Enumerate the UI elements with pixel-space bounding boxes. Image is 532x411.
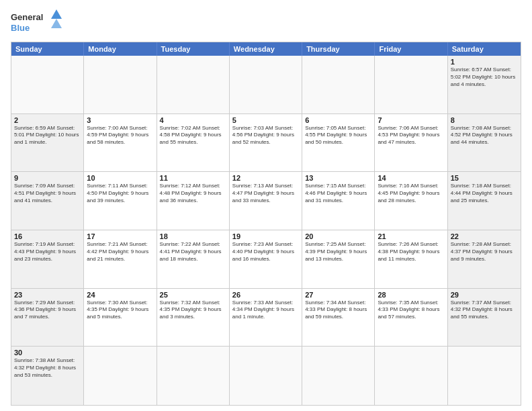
day-info: Sunrise: 6:59 AM Sunset: 5:01 PM Dayligh… <box>14 125 81 146</box>
day-number: 19 <box>232 232 299 240</box>
day-number: 30 <box>14 349 81 357</box>
calendar-cell-7: 7Sunrise: 7:06 AM Sunset: 4:53 PM Daylig… <box>375 114 447 173</box>
calendar-cell-8: 8Sunrise: 7:08 AM Sunset: 4:52 PM Daylig… <box>448 114 521 173</box>
calendar-grid: 1Sunrise: 6:57 AM Sunset: 5:02 PM Daylig… <box>11 56 521 405</box>
calendar-cell-20: 20Sunrise: 7:25 AM Sunset: 4:39 PM Dayli… <box>302 230 375 289</box>
svg-marker-3 <box>51 19 62 28</box>
day-header-monday: Monday <box>84 42 157 56</box>
day-header-saturday: Saturday <box>448 42 521 56</box>
day-info: Sunrise: 7:21 AM Sunset: 4:42 PM Dayligh… <box>87 241 153 263</box>
day-info: Sunrise: 7:12 AM Sunset: 4:48 PM Dayligh… <box>160 183 226 204</box>
calendar-cell-empty <box>375 56 447 114</box>
day-number: 18 <box>160 232 226 240</box>
day-number: 15 <box>451 174 518 182</box>
calendar-cell-empty <box>448 347 521 405</box>
logo: General Blue <box>11 8 64 38</box>
calendar-cell-empty <box>157 56 230 114</box>
day-info: Sunrise: 7:35 AM Sunset: 4:33 PM Dayligh… <box>378 300 444 321</box>
calendar-cell-26: 26Sunrise: 7:33 AM Sunset: 4:34 PM Dayli… <box>230 289 302 347</box>
day-info: Sunrise: 7:38 AM Sunset: 4:32 PM Dayligh… <box>14 357 81 379</box>
day-number: 21 <box>378 232 444 240</box>
day-header-sunday: Sunday <box>11 42 84 56</box>
day-number: 24 <box>87 291 153 299</box>
calendar-cell-16: 16Sunrise: 7:19 AM Sunset: 4:43 PM Dayli… <box>11 230 84 289</box>
day-number: 26 <box>232 291 299 299</box>
day-info: Sunrise: 7:06 AM Sunset: 4:53 PM Dayligh… <box>378 125 444 146</box>
calendar-cell-empty <box>302 347 375 405</box>
day-info: Sunrise: 7:34 AM Sunset: 4:33 PM Dayligh… <box>305 300 371 321</box>
day-info: Sunrise: 7:22 AM Sunset: 4:41 PM Dayligh… <box>160 241 226 263</box>
calendar-cell-15: 15Sunrise: 7:18 AM Sunset: 4:44 PM Dayli… <box>448 172 521 230</box>
day-number: 4 <box>160 116 226 124</box>
svg-text:Blue: Blue <box>11 23 30 33</box>
day-info: Sunrise: 7:02 AM Sunset: 4:58 PM Dayligh… <box>160 125 226 146</box>
day-number: 6 <box>305 116 371 124</box>
day-number: 14 <box>378 174 444 182</box>
day-info: Sunrise: 7:13 AM Sunset: 4:47 PM Dayligh… <box>232 183 299 204</box>
day-info: Sunrise: 7:03 AM Sunset: 4:56 PM Dayligh… <box>232 125 299 146</box>
day-number: 1 <box>451 58 518 66</box>
calendar-cell-empty <box>375 347 447 405</box>
calendar-cell-14: 14Sunrise: 7:16 AM Sunset: 4:45 PM Dayli… <box>375 172 447 230</box>
calendar-cell-29: 29Sunrise: 7:37 AM Sunset: 4:32 PM Dayli… <box>448 289 521 347</box>
svg-marker-2 <box>51 9 62 19</box>
calendar-cell-25: 25Sunrise: 7:32 AM Sunset: 4:35 PM Dayli… <box>157 289 230 347</box>
day-info: Sunrise: 7:37 AM Sunset: 4:32 PM Dayligh… <box>451 300 518 321</box>
calendar-cell-empty <box>230 347 302 405</box>
day-info: Sunrise: 7:28 AM Sunset: 4:37 PM Dayligh… <box>451 241 518 263</box>
calendar-cell-19: 19Sunrise: 7:23 AM Sunset: 4:40 PM Dayli… <box>230 230 302 289</box>
day-info: Sunrise: 7:00 AM Sunset: 4:59 PM Dayligh… <box>87 125 153 146</box>
day-info: Sunrise: 7:05 AM Sunset: 4:55 PM Dayligh… <box>305 125 371 146</box>
day-info: Sunrise: 7:32 AM Sunset: 4:35 PM Dayligh… <box>160 300 226 321</box>
day-number: 12 <box>232 174 299 182</box>
day-number: 3 <box>87 116 153 124</box>
calendar-cell-17: 17Sunrise: 7:21 AM Sunset: 4:42 PM Dayli… <box>84 230 157 289</box>
day-info: Sunrise: 7:09 AM Sunset: 4:51 PM Dayligh… <box>14 183 81 204</box>
day-number: 7 <box>378 116 444 124</box>
day-header-thursday: Thursday <box>302 42 375 56</box>
day-info: Sunrise: 7:29 AM Sunset: 4:36 PM Dayligh… <box>14 300 81 321</box>
calendar-cell-10: 10Sunrise: 7:11 AM Sunset: 4:50 PM Dayli… <box>84 172 157 230</box>
day-info: Sunrise: 7:18 AM Sunset: 4:44 PM Dayligh… <box>451 183 518 204</box>
day-info: Sunrise: 6:57 AM Sunset: 5:02 PM Dayligh… <box>451 66 518 88</box>
day-number: 23 <box>14 291 81 299</box>
day-number: 2 <box>14 116 81 124</box>
day-header-tuesday: Tuesday <box>157 42 230 56</box>
calendar-cell-21: 21Sunrise: 7:26 AM Sunset: 4:38 PM Dayli… <box>375 230 447 289</box>
day-number: 9 <box>14 174 81 182</box>
day-number: 25 <box>160 291 226 299</box>
day-number: 29 <box>451 291 518 299</box>
calendar-cell-empty <box>84 56 157 114</box>
day-info: Sunrise: 7:08 AM Sunset: 4:52 PM Dayligh… <box>451 125 518 146</box>
calendar-cell-23: 23Sunrise: 7:29 AM Sunset: 4:36 PM Dayli… <box>11 289 84 347</box>
calendar: SundayMondayTuesdayWednesdayThursdayFrid… <box>11 42 521 406</box>
calendar-cell-11: 11Sunrise: 7:12 AM Sunset: 4:48 PM Dayli… <box>157 172 230 230</box>
day-number: 16 <box>14 232 81 240</box>
header: General Blue <box>11 8 521 38</box>
day-number: 17 <box>87 232 153 240</box>
day-number: 11 <box>160 174 226 182</box>
calendar-cell-empty <box>302 56 375 114</box>
logo-svg: General Blue <box>11 8 64 38</box>
day-number: 10 <box>87 174 153 182</box>
day-header-wednesday: Wednesday <box>230 42 302 56</box>
day-info: Sunrise: 7:25 AM Sunset: 4:39 PM Dayligh… <box>305 241 371 263</box>
day-number: 5 <box>232 116 299 124</box>
day-info: Sunrise: 7:16 AM Sunset: 4:45 PM Dayligh… <box>378 183 444 204</box>
day-number: 28 <box>378 291 444 299</box>
calendar-cell-9: 9Sunrise: 7:09 AM Sunset: 4:51 PM Daylig… <box>11 172 84 230</box>
day-number: 8 <box>451 116 518 124</box>
day-info: Sunrise: 7:19 AM Sunset: 4:43 PM Dayligh… <box>14 241 81 263</box>
day-header-friday: Friday <box>375 42 447 56</box>
calendar-cell-12: 12Sunrise: 7:13 AM Sunset: 4:47 PM Dayli… <box>230 172 302 230</box>
calendar-cell-empty <box>84 347 157 405</box>
day-number: 27 <box>305 291 371 299</box>
calendar-cell-2: 2Sunrise: 6:59 AM Sunset: 5:01 PM Daylig… <box>11 114 84 173</box>
calendar-cell-empty <box>230 56 302 114</box>
calendar-cell-6: 6Sunrise: 7:05 AM Sunset: 4:55 PM Daylig… <box>302 114 375 173</box>
day-headers: SundayMondayTuesdayWednesdayThursdayFrid… <box>11 42 521 56</box>
day-info: Sunrise: 7:23 AM Sunset: 4:40 PM Dayligh… <box>232 241 299 263</box>
calendar-cell-3: 3Sunrise: 7:00 AM Sunset: 4:59 PM Daylig… <box>84 114 157 173</box>
day-number: 20 <box>305 232 371 240</box>
calendar-cell-27: 27Sunrise: 7:34 AM Sunset: 4:33 PM Dayli… <box>302 289 375 347</box>
